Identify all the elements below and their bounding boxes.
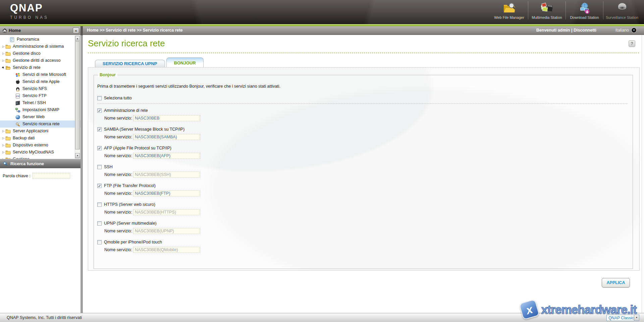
tree-scrollbar[interactable]: ▲ ▼ xyxy=(75,36,80,158)
apply-button[interactable]: APPLICA xyxy=(602,278,630,287)
language-label: Italiano xyxy=(615,28,629,33)
service-label: Qmobile per iPhone/iPod touch xyxy=(104,240,162,244)
tab-bonjour[interactable]: BONJOUR xyxy=(166,57,204,67)
sidebar-tree-item[interactable]: ▷ Backup dati xyxy=(0,135,80,142)
sidebar-tree-item[interactable]: ▶ Servizio di rete xyxy=(0,64,80,71)
select-all-separator xyxy=(97,103,628,104)
tree-item-label: Gestione disco xyxy=(13,50,41,57)
tree-item-label: Telnet / SSH xyxy=(22,99,46,106)
tree-item-label: Servizio FTP xyxy=(22,92,47,99)
windows-icon xyxy=(15,72,21,78)
help-button[interactable]: ? xyxy=(629,40,635,47)
sidebar-tree-item[interactable]: ▷ Amministrazione di sistema xyxy=(0,43,80,50)
service-name-input[interactable] xyxy=(133,228,200,234)
service-name-input[interactable] xyxy=(133,172,200,178)
sidebar-collapse-button[interactable]: « xyxy=(73,28,79,34)
header-app-download-station[interactable]: Download Station xyxy=(566,1,603,19)
tree-expand-arrow[interactable]: ▷ xyxy=(1,144,5,147)
navigation-tree: Panoramica ▷ Amministrazione di sistema … xyxy=(0,35,80,159)
service-label: HTTPS (Server web sicuro) xyxy=(104,202,155,207)
service-name-input[interactable] xyxy=(133,115,200,121)
sidebar-tree-item[interactable]: FTP Servizio FTP xyxy=(0,92,80,99)
sidebar-tree-item[interactable]: ▷ Dispositivo esterno xyxy=(0,142,80,149)
sidebar-tree-item[interactable]: Servizio NFS xyxy=(0,85,80,92)
header-app-web-file-manager[interactable]: Web File Manager xyxy=(490,1,528,19)
folder-icon xyxy=(5,143,11,148)
tree-expand-arrow[interactable]: ▷ xyxy=(1,45,5,48)
service-block: UPNP (Server multimediale) Nome servizio… xyxy=(97,221,628,234)
tree-expand-arrow[interactable]: ▷ xyxy=(1,137,5,140)
tree-item-label: Servizi di rete Microsoft xyxy=(22,71,66,78)
folder-icon xyxy=(5,44,11,49)
terminal-icon xyxy=(15,100,21,106)
select-all-checkbox[interactable] xyxy=(97,96,102,100)
function-search-header[interactable]: Ricerca funzione xyxy=(0,159,80,168)
service-checkbox[interactable] xyxy=(97,165,102,169)
header-app-label: Surveillance Station xyxy=(606,15,638,19)
chevron-down-icon[interactable]: ▼ xyxy=(634,315,639,321)
service-name-input[interactable] xyxy=(133,209,200,215)
sidebar-tree-item[interactable]: ▷ Servizio MyCloudNAS xyxy=(0,149,80,156)
service-block: HTTPS (Server web sicuro) Nome servizio: xyxy=(97,202,628,215)
sidebar-tree-item[interactable]: Impostazioni SNMP xyxy=(0,106,80,113)
qnap-admin-page: QNAP TURBO NAS Web File Manager Multimed… xyxy=(0,0,644,322)
service-checkbox[interactable]: ✓ xyxy=(97,184,102,188)
sidebar-tree-item[interactable]: Server Web xyxy=(0,113,80,121)
service-checkbox[interactable] xyxy=(97,202,102,207)
function-search-title: Ricerca funzione xyxy=(10,162,44,166)
tree-expand-arrow[interactable]: ▷ xyxy=(1,52,5,55)
keyword-label: Parola chiave : xyxy=(3,174,31,178)
folder-icon xyxy=(5,150,11,155)
header-app-label: Download Station xyxy=(570,15,599,19)
sidebar-tree-item[interactable]: ▷ Gestione diritti di accesso xyxy=(0,57,80,64)
tree-item-label: Panoramica xyxy=(17,36,39,43)
tree-item-label: Gestione xyxy=(13,156,30,159)
sidebar-tree-item[interactable]: Telnet / SSH xyxy=(0,99,80,106)
sidebar-tree-item[interactable]: ▷ Server Applicazioni xyxy=(0,128,80,135)
scrollbar-down-button[interactable]: ▼ xyxy=(75,153,80,158)
keyword-input[interactable] xyxy=(33,173,70,179)
header-app-multimedia-station[interactable]: Multimedia Station xyxy=(528,1,566,19)
tree-expand-arrow[interactable]: ▷ xyxy=(1,130,5,133)
sidebar-tree-item[interactable]: Servizi di rete Apple xyxy=(0,78,80,85)
theme-select[interactable]: QNAP Classic ▼ xyxy=(606,315,639,321)
sidebar-tree-item[interactable]: ▷ Gestione xyxy=(0,156,80,159)
snmp-network-icon xyxy=(15,107,21,113)
top-header: QNAP TURBO NAS Web File Manager Multimed… xyxy=(0,0,644,24)
globe-icon xyxy=(15,114,21,120)
service-checkbox[interactable]: ✓ xyxy=(97,108,102,113)
tree-item-label: Servizi di rete Apple xyxy=(22,78,59,85)
tree-expand-arrow[interactable]: ▷ xyxy=(1,151,5,154)
service-name-label: Nome servizio: xyxy=(104,135,133,139)
circle-chevron-down-icon[interactable]: ▼ xyxy=(631,28,637,33)
overview-icon xyxy=(9,37,15,42)
scrollbar-up-button[interactable]: ▲ xyxy=(75,36,80,41)
service-block: SSH Nome servizio: xyxy=(97,165,628,178)
service-checkbox[interactable]: ✓ xyxy=(97,146,102,150)
tree-item-label: Impostazioni SNMP xyxy=(22,106,59,113)
sidebar-tree-item[interactable]: Servizio ricerca rete xyxy=(0,121,80,128)
sidebar-tree-item[interactable]: Panoramica xyxy=(0,36,80,43)
service-name-input[interactable] xyxy=(133,153,200,159)
welcome-box: Benvenuti admin | Disconnetti xyxy=(536,28,596,33)
home-icon xyxy=(2,28,7,33)
sidebar-tree-item[interactable]: ▷ Gestione disco xyxy=(0,50,80,57)
service-label: Amministrazione di rete xyxy=(104,108,148,113)
logout-link[interactable]: Disconnetti xyxy=(574,28,596,33)
sidebar-tree-item[interactable]: Servizi di rete Microsoft xyxy=(0,71,80,78)
tab-servizio-ricerca-upnp[interactable]: SERVIZIO RICERCA UPNP xyxy=(95,60,165,67)
tab-content-panel: Bonjour Prima di trasmettere i seguenti … xyxy=(88,67,640,271)
service-checkbox[interactable]: ✓ xyxy=(97,127,102,132)
tree-item-label: Server Web xyxy=(22,113,45,121)
service-name-input[interactable] xyxy=(133,190,200,196)
select-all-label: Seleziona tutto xyxy=(104,96,132,100)
tree-expand-arrow[interactable]: ▷ xyxy=(1,59,5,62)
service-checkbox[interactable] xyxy=(97,221,102,226)
service-name-input[interactable] xyxy=(133,247,200,253)
header-app-surveillance-station[interactable]: Surveillance Station xyxy=(603,1,641,19)
scrollbar-thumb[interactable] xyxy=(75,41,80,149)
language-selector[interactable]: Italiano ▼ xyxy=(615,28,637,33)
service-checkbox[interactable] xyxy=(97,240,102,244)
service-name-input[interactable] xyxy=(133,134,200,140)
welcome-text: Benvenuti admin xyxy=(536,28,570,33)
